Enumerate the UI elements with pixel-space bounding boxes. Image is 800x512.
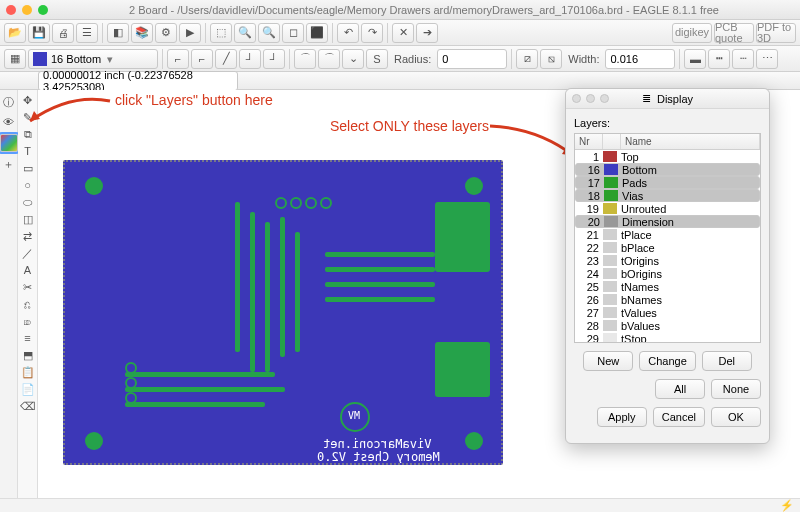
wirebend4-button[interactable]: ┘ <box>239 49 261 69</box>
separator <box>679 49 680 69</box>
width-label: Width: <box>564 53 603 65</box>
tool-button-16[interactable]: 📋 <box>20 364 36 380</box>
undo-icon: ↶ <box>344 26 353 39</box>
ok-button[interactable]: OK <box>711 407 761 427</box>
style1-button[interactable]: ▬ <box>684 49 706 69</box>
zoom-in-icon: 🔍 <box>238 26 252 39</box>
layer-list[interactable]: Nr Name 1 Top16 Bottom17 Pads18 Vias19 U… <box>574 133 761 343</box>
layer-row-19[interactable]: 19 Unrouted <box>575 202 760 215</box>
tool-button-18[interactable]: ⌫ <box>20 398 36 414</box>
window-title: 2 Board - /Users/davidlevi/Documents/eag… <box>54 4 794 16</box>
layer-row-18[interactable]: 18 Vias <box>575 189 760 202</box>
radius-input[interactable]: 0 <box>437 49 507 69</box>
layer-row-1[interactable]: 1 Top <box>575 150 760 163</box>
tool-button-1[interactable]: ✎ <box>20 109 36 125</box>
arc1-button[interactable]: ⌒ <box>294 49 316 69</box>
tool-button-2[interactable]: ⧉ <box>20 126 36 142</box>
width-input[interactable]: 0.016 <box>605 49 675 69</box>
wirebend2-button[interactable]: ⌐ <box>191 49 213 69</box>
new-button[interactable]: New <box>583 351 633 371</box>
traffic-close-icon[interactable] <box>6 5 16 15</box>
tool-button-13[interactable]: ⎄ <box>20 313 36 329</box>
all-button[interactable]: All <box>655 379 705 399</box>
cam-button[interactable]: ☰ <box>76 23 98 43</box>
tool-button-14[interactable]: ≡ <box>20 330 36 346</box>
tool-button-10[interactable]: A <box>20 262 36 278</box>
tool-button-7[interactable]: ◫ <box>20 211 36 227</box>
change-button[interactable]: Change <box>639 351 696 371</box>
pcbquote-button[interactable]: PCB quote <box>714 23 754 43</box>
arc2-button[interactable]: ⌒ <box>318 49 340 69</box>
none-button[interactable]: None <box>711 379 761 399</box>
layer-row-16[interactable]: 16 Bottom <box>575 163 760 176</box>
tool-button-12[interactable]: ⎌ <box>20 296 36 312</box>
layer-row-29[interactable]: 29 tStop <box>575 332 760 343</box>
wirebend3-button[interactable]: ╱ <box>215 49 237 69</box>
board-button[interactable]: ◧ <box>107 23 129 43</box>
pdf3d-button[interactable]: PDF to 3D <box>756 23 796 43</box>
miter1-button[interactable]: ⧄ <box>516 49 538 69</box>
tool-button-4[interactable]: ▭ <box>20 160 36 176</box>
print-button[interactable]: 🖨 <box>52 23 74 43</box>
grid-button[interactable]: ▦ <box>4 49 26 69</box>
tool-dock: ✥✎⧉T▭○⬭◫⇄／A✂⎌⎄≡⬒📋📄⌫ <box>18 90 38 498</box>
script-button[interactable]: ⚙ <box>155 23 177 43</box>
layers-palette-button[interactable] <box>0 134 18 152</box>
layer-row-21[interactable]: 21 tPlace <box>575 228 760 241</box>
open-button[interactable]: 📂 <box>4 23 26 43</box>
tool-button-5[interactable]: ○ <box>20 177 36 193</box>
eye-button[interactable]: 👁 <box>1 114 17 130</box>
tool-button-9[interactable]: ／ <box>20 245 36 261</box>
info-button[interactable]: ⓘ <box>1 94 17 110</box>
tool-button-11[interactable]: ✂ <box>20 279 36 295</box>
style2-button[interactable]: ┅ <box>708 49 730 69</box>
layer-row-28[interactable]: 28 bValues <box>575 319 760 332</box>
tool-button-15[interactable]: ⬒ <box>20 347 36 363</box>
layer-row-26[interactable]: 26 bNames <box>575 293 760 306</box>
layer-row-17[interactable]: 17 Pads <box>575 176 760 189</box>
redraw-button[interactable]: ◻ <box>282 23 304 43</box>
layer-row-20[interactable]: 20 Dimension <box>575 215 760 228</box>
layer-nr: 19 <box>575 203 603 215</box>
layer-row-22[interactable]: 22 bPlace <box>575 241 760 254</box>
separator <box>102 23 103 43</box>
style4-button[interactable]: ⋯ <box>756 49 778 69</box>
go-button[interactable]: ➔ <box>416 23 438 43</box>
folder-icon: 📂 <box>8 26 22 39</box>
layer-row-24[interactable]: 24 bOrigins <box>575 267 760 280</box>
miter2-button[interactable]: ⧅ <box>540 49 562 69</box>
zoom-select-button[interactable]: ⬛ <box>306 23 328 43</box>
style3-button[interactable]: ┄ <box>732 49 754 69</box>
layer-row-23[interactable]: 23 tOrigins <box>575 254 760 267</box>
zoom-in-button[interactable]: 🔍 <box>234 23 256 43</box>
layer-select[interactable]: 16 Bottom <box>28 49 158 69</box>
lib-button[interactable]: 📚 <box>131 23 153 43</box>
zoom-fit-button[interactable]: ⬚ <box>210 23 232 43</box>
mark-button[interactable]: ＋ <box>1 156 17 172</box>
redo-button[interactable]: ↷ <box>361 23 383 43</box>
tool-button-8[interactable]: ⇄ <box>20 228 36 244</box>
arc3-button[interactable]: ⌄ <box>342 49 364 69</box>
arc4-button[interactable]: S <box>366 49 388 69</box>
undo-button[interactable]: ↶ <box>337 23 359 43</box>
digikey-button[interactable]: digikey <box>672 23 712 43</box>
wirebend1-button[interactable]: ⌐ <box>167 49 189 69</box>
save-button[interactable]: 💾 <box>28 23 50 43</box>
cancel-dlg-button[interactable]: Cancel <box>653 407 705 427</box>
apply-button[interactable]: Apply <box>597 407 647 427</box>
layer-row-27[interactable]: 27 tValues <box>575 306 760 319</box>
tool-button-3[interactable]: T <box>20 143 36 159</box>
cancel-button[interactable]: ✕ <box>392 23 414 43</box>
wirebend5-button[interactable]: ┘ <box>263 49 285 69</box>
del-button[interactable]: Del <box>702 351 752 371</box>
tool-button-17[interactable]: 📄 <box>20 381 36 397</box>
ulp-button[interactable]: ▶ <box>179 23 201 43</box>
traffic-min-icon[interactable] <box>22 5 32 15</box>
layer-row-25[interactable]: 25 tNames <box>575 280 760 293</box>
tool-button-0[interactable]: ✥ <box>20 92 36 108</box>
tool-button-6[interactable]: ⬭ <box>20 194 36 210</box>
zoom-out-button[interactable]: 🔍 <box>258 23 280 43</box>
x-icon: ✕ <box>399 26 408 39</box>
traffic-zoom-icon[interactable] <box>38 5 48 15</box>
layer-nr: 27 <box>575 307 603 319</box>
